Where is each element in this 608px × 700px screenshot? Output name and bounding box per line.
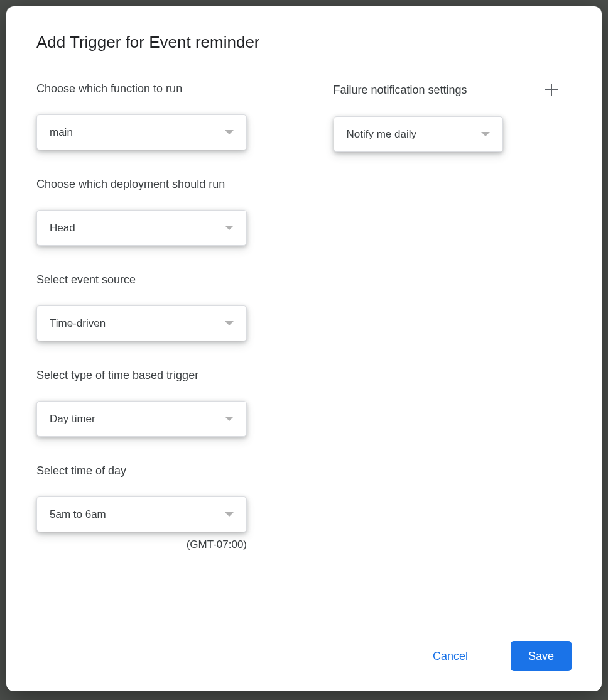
- right-column: Failure notification settings Notify me …: [298, 82, 572, 622]
- save-button[interactable]: Save: [511, 641, 572, 671]
- plus-icon[interactable]: [544, 82, 559, 97]
- deployment-value: Head: [50, 222, 75, 234]
- chevron-down-icon: [225, 130, 234, 134]
- timezone-helper: (GMT-07:00): [36, 539, 247, 551]
- left-column: Choose which function to run main Choose…: [36, 82, 298, 622]
- deployment-field: Choose which deployment should run Head: [36, 178, 263, 246]
- chevron-down-icon: [225, 226, 234, 230]
- chevron-down-icon: [225, 512, 234, 517]
- dialog-actions: Cancel Save: [36, 622, 572, 671]
- time-of-day-label: Select time of day: [36, 464, 263, 478]
- failure-notification-value: Notify me daily: [347, 128, 416, 141]
- trigger-type-value: Day timer: [50, 413, 95, 425]
- chevron-down-icon: [225, 321, 234, 325]
- function-label: Choose which function to run: [36, 82, 263, 96]
- deployment-select[interactable]: Head: [36, 210, 247, 246]
- trigger-type-label: Select type of time based trigger: [36, 369, 263, 382]
- event-source-value: Time-driven: [50, 317, 106, 330]
- time-of-day-field: Select time of day 5am to 6am (GMT-07:00…: [36, 464, 263, 551]
- trigger-type-field: Select type of time based trigger Day ti…: [36, 369, 263, 437]
- add-trigger-dialog: Add Trigger for Event reminder Choose wh…: [6, 6, 602, 691]
- event-source-field: Select event source Time-driven: [36, 273, 263, 341]
- failure-notification-field: Failure notification settings Notify me …: [334, 82, 560, 152]
- failure-notification-label: Failure notification settings: [334, 84, 467, 97]
- function-value: main: [50, 126, 73, 139]
- function-field: Choose which function to run main: [36, 82, 263, 150]
- failure-notification-select[interactable]: Notify me daily: [334, 116, 503, 152]
- event-source-label: Select event source: [36, 273, 263, 287]
- deployment-label: Choose which deployment should run: [36, 178, 263, 191]
- event-source-select[interactable]: Time-driven: [36, 305, 247, 341]
- dialog-columns: Choose which function to run main Choose…: [36, 82, 572, 622]
- function-select[interactable]: main: [36, 114, 247, 150]
- chevron-down-icon: [481, 132, 490, 136]
- time-of-day-select[interactable]: 5am to 6am: [36, 496, 247, 532]
- dialog-title: Add Trigger for Event reminder: [36, 33, 572, 52]
- cancel-button[interactable]: Cancel: [415, 641, 486, 671]
- trigger-type-select[interactable]: Day timer: [36, 401, 247, 437]
- chevron-down-icon: [225, 417, 234, 421]
- time-of-day-value: 5am to 6am: [50, 508, 106, 521]
